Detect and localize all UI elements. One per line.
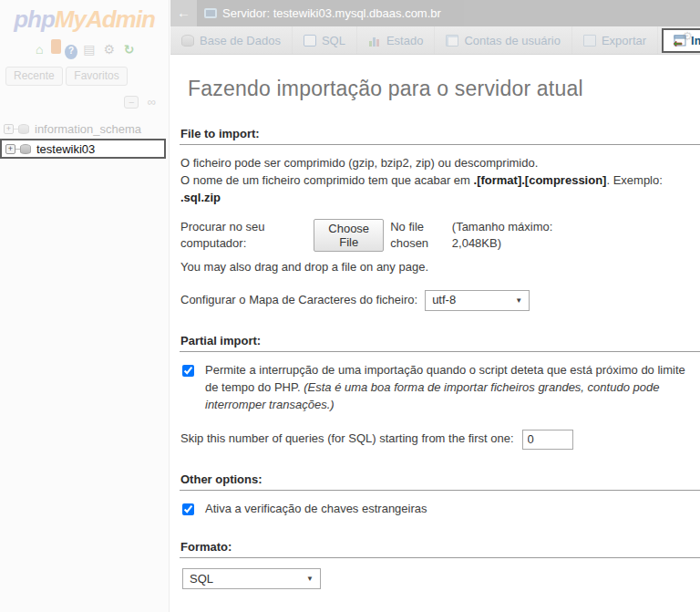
database-icon [20, 144, 31, 154]
allow-interrupt-checkbox[interactable] [182, 365, 194, 377]
section-heading: Partial import: [180, 334, 700, 352]
tab-sql[interactable]: SQL [293, 26, 357, 55]
foreign-key-check-label: Ativa a verificação de chaves estrangeir… [205, 501, 427, 518]
back-arrow-button[interactable]: ← [170, 0, 197, 26]
tab-status[interactable]: Estado [357, 26, 435, 55]
foreign-key-check-checkbox[interactable] [182, 503, 194, 515]
skip-queries-input[interactable] [522, 430, 573, 450]
no-file-chosen-text: No file chosen [390, 219, 452, 254]
server-icon [204, 8, 217, 18]
export-icon [583, 35, 596, 47]
section-heading: File to import: [180, 127, 700, 145]
sidebar-toolbar: ⌂ ? ▤ ⚙ ↻ [0, 39, 169, 59]
expand-icon[interactable]: + [4, 124, 14, 134]
tab-user-accounts[interactable]: Contas de usuário [435, 26, 572, 55]
max-upload-size: (Tamanho máximo: 2,048KB) [452, 219, 578, 254]
allow-interrupt-label: Permite a interrupção de uma importação … [205, 362, 687, 414]
database-icon [181, 35, 194, 47]
main-panel: ← Servidor: testewiki03.mysql.dbaas.com.… [170, 0, 700, 612]
section-other-options: Other options: Ativa a verificação de ch… [180, 472, 700, 518]
phpmyadmin-logo[interactable]: phpMyAdmin [0, 0, 169, 34]
tree-item-label[interactable]: information_schema [35, 122, 141, 136]
recent-dropdown[interactable]: Recente [5, 67, 63, 86]
select-arrow-icon: ▼ [515, 296, 522, 306]
charset-select[interactable]: utf-8 ▼ [425, 290, 530, 311]
format-select[interactable]: SQL ▼ [182, 568, 321, 589]
database-icon [18, 124, 29, 134]
tab-import[interactable]: Importar [662, 28, 700, 53]
logo-myadmin: MyAdmin [55, 5, 155, 33]
status-chart-icon [368, 35, 381, 47]
tree-item-information-schema[interactable]: + information_schema [0, 119, 169, 139]
database-tree: + information_schema + testewiki03 [0, 119, 169, 159]
tab-bar: Base de Dados SQL Estado Contas de usuár… [170, 26, 700, 55]
tab-export[interactable]: Exportar [572, 26, 658, 55]
choose-file-button[interactable]: Choose File [314, 219, 384, 252]
server-breadcrumb-bar: ← Servidor: testewiki03.mysql.dbaas.com.… [170, 0, 700, 26]
charset-label: Configurar o Mapa de Caracteres do fiche… [180, 292, 417, 309]
page-title: Fazendo importação para o servidor atual [188, 77, 700, 101]
tree-item-testewiki03[interactable]: + testewiki03 [0, 139, 166, 159]
section-heading: Formato: [180, 540, 700, 558]
user-accounts-icon [446, 35, 458, 47]
skip-queries-label: Skip this number of queries (for SQL) st… [180, 430, 514, 448]
section-heading: Other options: [180, 472, 700, 491]
section-partial-import: Partial import: Permite a interrupção de… [180, 334, 700, 450]
link-icon[interactable]: ∞ [148, 95, 156, 109]
compression-hint-line1: O ficheiro pode ser comprimido (gzip, bz… [180, 155, 687, 172]
server-title: Servidor: testewiki03.mysql.dbaas.com.br [222, 6, 441, 20]
select-arrow-icon: ▼ [306, 574, 314, 585]
reload-icon[interactable]: ↻ [121, 42, 138, 57]
help-icon[interactable]: ? [65, 45, 77, 59]
page-settings-gear-icon[interactable]: ⚙ [682, 29, 693, 43]
settings-icon[interactable]: ⚙ [101, 42, 118, 57]
docs-icon[interactable]: ▤ [81, 42, 98, 57]
compression-hint-line2: O nome de um ficheiro comprimido tem que… [180, 172, 687, 207]
collapse-all-icon[interactable]: − [124, 96, 139, 109]
section-file-to-import: File to import: O ficheiro pode ser comp… [180, 127, 700, 311]
tab-databases[interactable]: Base de Dados [170, 26, 293, 55]
sql-file-icon [304, 35, 316, 47]
favorites-dropdown[interactable]: Favoritos [66, 67, 127, 86]
tree-item-label[interactable]: testewiki03 [36, 142, 95, 156]
home-icon[interactable]: ⌂ [31, 42, 47, 57]
import-page-content: Fazendo importação para o servidor atual… [170, 55, 700, 612]
section-format: Formato: SQL ▼ [180, 540, 700, 589]
logo-php: php [14, 5, 55, 33]
drag-drop-hint: You may also drag and drop a file on any… [180, 259, 687, 276]
browse-label: Procurar no seu computador: [180, 219, 306, 254]
exit-icon[interactable] [51, 39, 61, 54]
expand-icon[interactable]: + [5, 144, 15, 154]
navigation-sidebar: phpMyAdmin ⌂ ? ▤ ⚙ ↻ Recente Favoritos −… [0, 0, 170, 612]
